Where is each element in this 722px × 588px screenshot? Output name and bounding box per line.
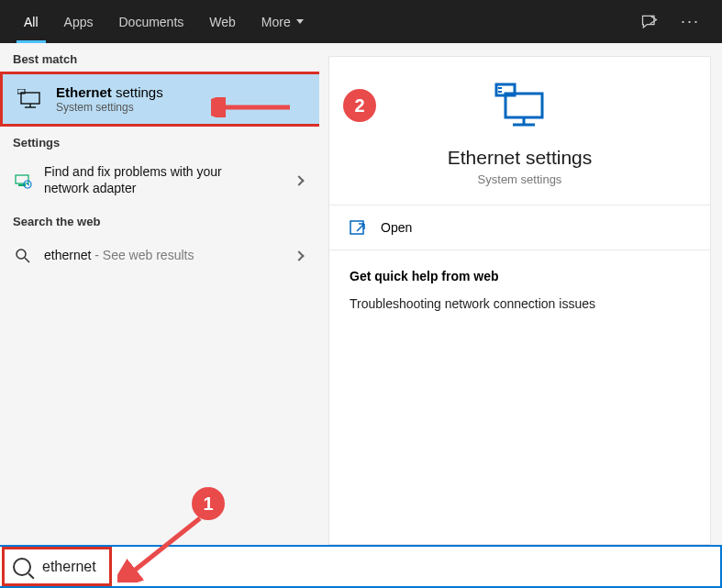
monitor-settings-large-icon	[491, 83, 550, 132]
web-result-label: ethernet - See web results	[44, 248, 194, 264]
svg-rect-4	[16, 175, 28, 183]
chevron-down-icon	[296, 19, 304, 24]
troubleshoot-icon	[13, 171, 33, 191]
search-icon	[13, 558, 31, 576]
feedback-icon[interactable]	[640, 14, 659, 30]
options-ellipsis-icon[interactable]: ···	[681, 12, 700, 31]
results-list: Best match Ethernet settings System sett…	[0, 43, 319, 545]
preview-subtitle: System settings	[348, 172, 692, 186]
svg-line-9	[128, 518, 200, 575]
open-action[interactable]: Open	[329, 205, 710, 250]
annotation-badge-2: 2	[343, 89, 376, 122]
search-results-area: Best match Ethernet settings System sett…	[0, 43, 722, 545]
tab-all[interactable]: All	[11, 0, 51, 43]
settings-heading: Settings	[0, 127, 319, 155]
annotation-arrow-2	[211, 97, 294, 117]
svg-rect-0	[21, 93, 39, 104]
tab-apps[interactable]: Apps	[51, 0, 106, 43]
annotation-badge-1: 1	[192, 487, 225, 520]
preview-title: Ethernet settings	[348, 147, 692, 169]
chevron-right-icon	[294, 250, 304, 261]
annotation-arrow-1	[117, 509, 209, 582]
preview-card: Ethernet settings System settings Open G…	[328, 56, 711, 545]
tab-web[interactable]: Web	[196, 0, 249, 43]
best-match-title: Ethernet settings	[56, 84, 163, 100]
taskbar-search-box[interactable]: ethernet	[0, 545, 722, 588]
monitor-settings-icon	[16, 88, 47, 110]
result-preview-panel: Ethernet settings System settings Open G…	[319, 43, 722, 545]
search-icon	[13, 246, 33, 266]
search-web-heading: Search the web	[0, 205, 319, 234]
svg-point-7	[17, 250, 26, 259]
tab-more[interactable]: More	[249, 0, 317, 43]
best-match-heading: Best match	[0, 43, 319, 72]
tab-documents[interactable]: Documents	[106, 0, 196, 43]
settings-result-label: Find and fix problems with your network …	[44, 164, 255, 196]
svg-rect-10	[505, 94, 542, 117]
web-result[interactable]: ethernet - See web results	[0, 234, 319, 278]
open-icon	[350, 220, 368, 235]
tab-more-label: More	[261, 15, 291, 29]
chevron-right-icon	[294, 175, 304, 185]
open-label: Open	[381, 220, 412, 235]
search-input-value: ethernet	[42, 559, 96, 575]
best-match-subtitle: System settings	[56, 101, 163, 114]
quick-help-heading: Get quick help from web	[350, 269, 690, 283]
settings-result-network-troubleshoot[interactable]: Find and fix problems with your network …	[0, 155, 319, 205]
search-filter-tabs: All Apps Documents Web More ···	[0, 0, 722, 43]
svg-line-8	[25, 258, 29, 262]
help-link-troubleshooting[interactable]: Troubleshooting network connection issue…	[350, 296, 690, 311]
